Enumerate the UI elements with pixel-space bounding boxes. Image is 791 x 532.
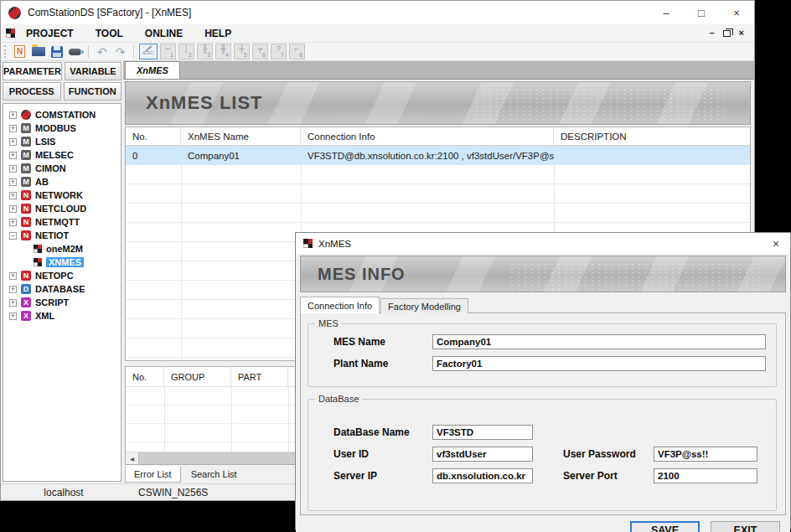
column-header-no[interactable]: No. (126, 127, 181, 145)
tree-item-netcloud[interactable]: + N NETCLOUD (3, 202, 121, 215)
mdi-minimize-icon[interactable]: – (709, 28, 714, 38)
toolbar-separator (133, 45, 134, 58)
ladder-tool-2-button[interactable]: │2 (178, 44, 194, 59)
column-header-connection[interactable]: Connection Info (301, 127, 554, 145)
expand-icon[interactable]: + (9, 178, 17, 186)
redo-button[interactable]: ↷ (112, 44, 128, 59)
expand-icon[interactable]: + (9, 272, 17, 280)
tab-error-list[interactable]: Error List (125, 466, 181, 483)
column-gridline (164, 387, 165, 452)
toolbar-separator (88, 45, 89, 58)
user-password-label: User Password (563, 448, 654, 460)
expand-icon[interactable]: + (9, 125, 17, 132)
network-icon: N (21, 204, 31, 214)
tree-item-ab[interactable]: + M AB (3, 175, 121, 189)
tree-item-network[interactable]: + N NETWORK (3, 189, 121, 202)
collapse-icon[interactable]: − (9, 232, 17, 240)
database-name-field[interactable] (432, 425, 533, 440)
column-header-group[interactable]: GROUP (164, 367, 231, 386)
mes-name-field[interactable] (432, 334, 766, 349)
table-header: No. XnMES Name Connection Info DESCRIPTI… (126, 127, 750, 146)
tab-variable[interactable]: VARIABLE (65, 62, 121, 80)
tab-xnmes-document[interactable]: XnMES (125, 61, 180, 79)
esc-label: ESC (143, 50, 153, 55)
ladder-tool-3-button[interactable]: ╟3 (197, 44, 213, 59)
expand-icon[interactable]: + (9, 286, 17, 293)
function-button[interactable]: FUNCTION (64, 82, 122, 101)
tree-item-modbus[interactable]: + M MODBUS (3, 121, 121, 135)
save-button[interactable] (49, 44, 65, 59)
title-bar: ComStationDS [SFactory] - [XnMES] – □ × (1, 1, 754, 24)
tree-item-onem2m[interactable]: oneM2M (3, 242, 121, 256)
menu-project[interactable]: PROJECT (15, 28, 85, 39)
process-button[interactable]: PROCESS (3, 82, 61, 101)
dialog-close-icon[interactable]: × (762, 233, 790, 254)
tree-item-cimon[interactable]: + M CIMON (3, 162, 121, 175)
ladder-tool-8-button[interactable]: ⌐8 (289, 44, 305, 59)
tab-search-list[interactable]: Search List (183, 467, 246, 482)
close-icon[interactable]: × (719, 1, 754, 24)
undo-button[interactable]: ↶ (94, 44, 110, 59)
expand-icon[interactable]: + (9, 138, 17, 146)
menu-online[interactable]: ONLINE (134, 28, 194, 39)
save-button[interactable]: SAVE (630, 521, 700, 532)
ladder-tool-4-button[interactable]: ╫4 (215, 44, 231, 59)
scroll-left-icon[interactable]: ◂ (126, 452, 138, 464)
open-file-button[interactable] (30, 44, 46, 59)
tree-item-comstation[interactable]: + COMSTATION (3, 108, 121, 121)
ladder-tool-5-button[interactable]: ┼5 (234, 44, 250, 59)
plant-name-field[interactable] (432, 356, 766, 371)
tree-item-label: oneM2M (46, 244, 83, 254)
user-password-field[interactable] (654, 447, 757, 462)
tab-parameter[interactable]: PARAMETER (3, 62, 62, 80)
mdi-close-icon[interactable]: × (739, 28, 744, 38)
tree-item-lsis[interactable]: + M LSIS (3, 135, 121, 148)
column-header-no[interactable]: No. (126, 367, 164, 386)
tree-item-netmqtt[interactable]: + N NETMQTT (3, 215, 121, 229)
tab-factory-modelling[interactable]: Factory Modelling (380, 298, 468, 313)
tab-connection-info[interactable]: Connection Info (300, 297, 380, 313)
column-header-description[interactable]: DESCRIPTION (554, 127, 750, 145)
tree-item-script[interactable]: + X SCRIPT (3, 296, 121, 309)
minimize-icon[interactable]: – (649, 1, 684, 24)
expand-icon[interactable]: + (9, 152, 17, 159)
expand-icon[interactable]: + (9, 165, 17, 173)
esc-tool-button[interactable]: ESC (139, 44, 158, 59)
menu-tool[interactable]: TOOL (85, 28, 134, 39)
ladder-tool-7-button[interactable]: ?7 (271, 44, 287, 59)
expand-icon[interactable]: + (9, 299, 17, 307)
tree-item-melsec[interactable]: + M MELSEC (3, 148, 121, 162)
new-file-button[interactable]: N (12, 44, 28, 59)
ladder-tool-1-button[interactable]: ─1 (160, 44, 176, 59)
tree-item-xnmes[interactable]: XNMES (3, 256, 121, 269)
comstation-logo-icon (21, 110, 31, 120)
plant-name-label: Plant Name (333, 358, 432, 369)
tree-item-xml[interactable]: + X XML (3, 309, 121, 323)
tree-item-netiot[interactable]: − N NETIOT (3, 229, 121, 242)
toolbar: N ↶ ↷ ESC ─1 │2 ╟3 ╫4 ┼5 ┬6 ?7 ⌐8 (1, 42, 754, 61)
expand-icon[interactable]: + (9, 192, 17, 199)
maximize-icon[interactable]: □ (684, 1, 719, 24)
menu-help[interactable]: HELP (194, 28, 242, 39)
save-icon (51, 46, 63, 58)
mdi-child-icon (6, 28, 15, 38)
server-ip-label: Server IP (333, 470, 432, 482)
server-port-field[interactable] (654, 468, 757, 483)
exit-button[interactable]: EXIT (711, 521, 780, 532)
database-groupbox: DataBase DataBase Name User ID User Pass… (308, 399, 777, 511)
tree-item-database[interactable]: + D DATABASE (3, 282, 121, 296)
connect-button[interactable] (67, 44, 83, 59)
tree-item-netopc[interactable]: + N NETOPC (3, 269, 121, 282)
server-ip-field[interactable] (432, 468, 533, 483)
column-header-part[interactable]: PART (231, 367, 288, 386)
ladder-tool-6-button[interactable]: ┬6 (252, 44, 268, 59)
mdi-restore-icon[interactable] (723, 30, 731, 37)
table-row[interactable]: 0 Company01 VF3STD@db.xnsolution.co.kr:2… (126, 146, 750, 165)
window-title: ComStationDS [SFactory] - [XnMES] (28, 7, 191, 18)
column-header-name[interactable]: XnMES Name (181, 127, 301, 145)
expand-icon[interactable]: + (9, 219, 17, 226)
user-id-field[interactable] (432, 447, 533, 462)
expand-icon[interactable]: + (9, 312, 17, 320)
expand-icon[interactable]: + (9, 111, 17, 119)
expand-icon[interactable]: + (9, 205, 17, 213)
